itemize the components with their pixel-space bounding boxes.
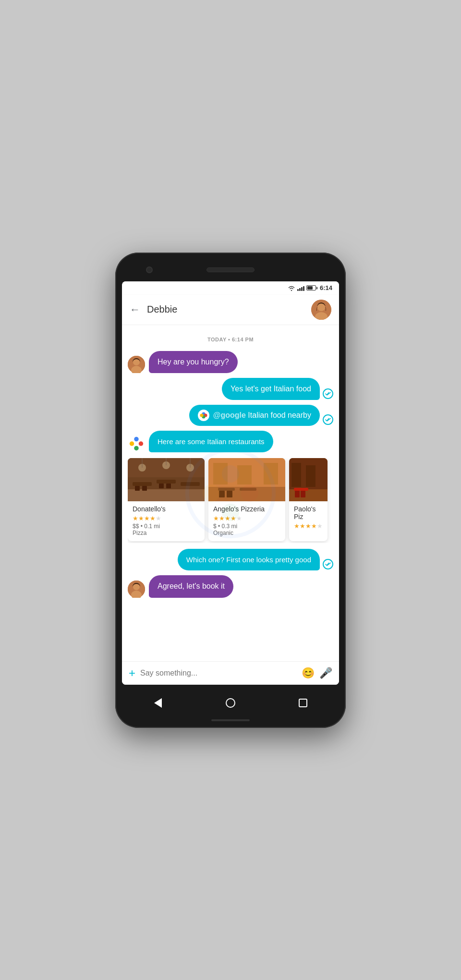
double-check-icon-2	[325, 417, 331, 423]
restaurant-card-2[interactable]: Angelo's Pizzeria ★★★★★ $ • 0.3 mi Organ…	[208, 458, 285, 541]
restaurant-info-2: Angelo's Pizzeria ★★★★★ $ • 0.3 mi Organ…	[208, 501, 285, 541]
svg-rect-27	[159, 484, 164, 488]
double-check-icon	[325, 391, 331, 397]
message-bubble-6: Agreed, let's book it	[149, 575, 233, 597]
stars-2: ★★★★★	[213, 515, 242, 522]
emoji-button[interactable]: 😊	[302, 667, 315, 679]
svg-rect-21	[128, 489, 205, 501]
chat-body: TODAY • 6:14 PM Hey are you hungry?	[122, 325, 339, 661]
svg-rect-35	[128, 458, 205, 477]
message-bubble-2: Yes let's get Italian food	[222, 378, 320, 400]
svg-rect-44	[227, 491, 232, 497]
restaurant-name-3: Paolo's Piz	[294, 505, 323, 520]
svg-rect-28	[166, 484, 171, 488]
svg-point-16	[134, 437, 138, 441]
message-row-5: Which one? First one looks pretty good	[128, 549, 333, 570]
phone-device: 6:14 ← Debbie	[115, 253, 346, 728]
home-indicator	[211, 719, 250, 721]
svg-rect-51	[301, 491, 305, 497]
plus-button[interactable]: +	[129, 666, 135, 680]
restaurant-card-1[interactable]: Donatello's ★★★★★ $$ • 0.1 mi Pizza	[128, 458, 205, 541]
read-receipt-3	[323, 559, 333, 569]
input-area: + 😊 🎤	[122, 661, 339, 685]
restaurant-type-1: Pizza	[133, 530, 200, 536]
restaurant-cards[interactable]: Donatello's ★★★★★ $$ • 0.1 mi Pizza	[128, 458, 333, 543]
mention-text: @google Italian food nearby	[213, 411, 311, 420]
chat-timestamp: TODAY • 6:14 PM	[128, 337, 333, 342]
svg-rect-24	[181, 482, 200, 486]
avatar-small-2	[128, 581, 145, 598]
recent-square-icon	[299, 699, 307, 707]
assistant-icon	[128, 435, 145, 452]
signal-icon	[297, 285, 304, 291]
restaurant-scene-3	[289, 458, 328, 501]
svg-point-14	[200, 414, 203, 417]
assistant-bubble: Here are some Italian restaurants	[149, 431, 273, 452]
restaurant-rating-1: ★★★★★	[133, 515, 200, 522]
svg-point-18	[134, 446, 138, 450]
phone-screen: 6:14 ← Debbie	[122, 281, 339, 685]
restaurant-name-2: Angelo's Pizzeria	[213, 505, 280, 513]
message-bubble-5: Which one? First one looks pretty good	[178, 549, 320, 570]
status-bar: 6:14	[122, 281, 339, 295]
restaurant-scene-2	[208, 458, 285, 501]
restaurant-rating-3: ★★★★★	[294, 522, 323, 530]
restaurant-card-3[interactable]: Paolo's Piz ★★★★★	[289, 458, 328, 541]
status-icons: 6:14	[288, 284, 332, 291]
assistant-icon-svg	[128, 435, 145, 452]
avatar-small	[128, 356, 145, 373]
google-mini-icon	[198, 410, 209, 421]
message-row: @google Italian food nearby	[128, 405, 333, 426]
assistant-row: Here are some Italian restaurants	[128, 431, 333, 452]
svg-rect-22	[133, 482, 152, 486]
double-check-icon-3	[325, 561, 331, 567]
svg-rect-48	[306, 465, 315, 487]
svg-rect-50	[295, 491, 300, 497]
svg-point-1	[317, 303, 325, 311]
chat-header: ← Debbie	[122, 295, 339, 325]
restaurant-rating-2: ★★★★★	[213, 515, 280, 522]
phone-top-bar	[122, 261, 339, 278]
svg-point-19	[130, 442, 134, 446]
back-nav-button[interactable]	[149, 694, 167, 712]
message-row: Yes let's get Italian food	[128, 378, 333, 400]
svg-rect-38	[213, 463, 228, 484]
sender-avatar-2	[128, 581, 145, 598]
contact-avatar[interactable]	[311, 300, 331, 320]
status-time: 6:14	[320, 284, 332, 291]
phone-camera	[146, 266, 153, 273]
restaurant-image-3	[289, 458, 328, 501]
svg-rect-43	[219, 491, 225, 497]
stars-3: ★★★★★	[294, 522, 323, 530]
stars-1: ★★★★★	[133, 515, 161, 522]
phone-speaker	[206, 267, 255, 272]
svg-rect-49	[294, 488, 308, 491]
restaurant-scene-1	[128, 458, 205, 501]
restaurant-meta-2: $ • 0.3 mi	[213, 523, 280, 530]
restaurant-image-2	[208, 458, 285, 501]
read-receipt-1	[323, 388, 333, 399]
avatar-svg	[311, 300, 331, 320]
home-circle-icon	[226, 698, 235, 708]
message-row: Hey are you hungry?	[128, 351, 333, 373]
mic-button[interactable]: 🎤	[319, 667, 332, 679]
svg-rect-42	[240, 488, 256, 491]
restaurant-image-1	[128, 458, 205, 501]
back-button[interactable]: ←	[130, 303, 140, 316]
restaurant-type-2: Organic	[213, 530, 280, 536]
message-input[interactable]	[140, 669, 297, 678]
recent-nav-button[interactable]	[294, 694, 312, 712]
home-nav-button[interactable]	[222, 694, 239, 712]
svg-rect-41	[218, 488, 235, 491]
restaurant-name-1: Donatello's	[133, 505, 200, 513]
svg-rect-26	[142, 486, 147, 491]
message-row-6: Agreed, let's book it	[128, 575, 333, 597]
svg-rect-39	[237, 465, 252, 484]
restaurant-info-1: Donatello's ★★★★★ $$ • 0.1 mi Pizza	[128, 501, 205, 541]
svg-rect-25	[135, 486, 140, 491]
svg-rect-47	[291, 463, 301, 487]
battery-icon	[306, 285, 316, 290]
read-receipt-2	[323, 414, 333, 425]
message-bubble-1: Hey are you hungry?	[149, 351, 238, 373]
google-mention-bubble: @google Italian food nearby	[189, 405, 320, 426]
